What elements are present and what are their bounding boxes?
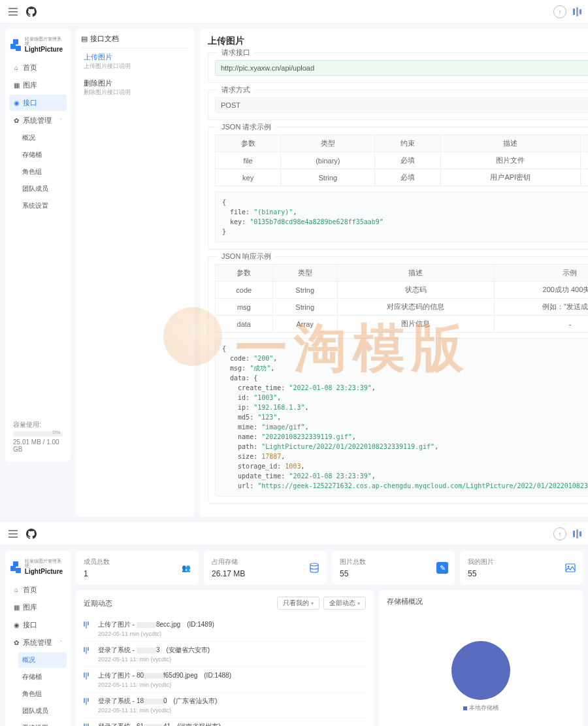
activity-item: 登录了系统 - 180 (广东省汕头市)2022-05-11 11: min (… — [84, 693, 366, 718]
api-icon: ◉ — [13, 622, 20, 629]
activity-item: 登录了系统 - 6141 (河南省郑州市)2022-05-11 11: min … — [84, 718, 366, 726]
svg-point-0 — [310, 563, 318, 566]
sidebar: 轻量级图片管理系统 LightPicture ⌂首页 ▦图库 ◉接口 ✿系统管理… — [5, 551, 71, 726]
menu-toggle-button[interactable] — [7, 527, 20, 540]
activity-line2: 2022-05-11 11: min (vycdtc) — [98, 707, 217, 714]
logo: 轻量级图片管理系统 LightPicture — [9, 34, 67, 59]
response-params-table: 参数 类型 描述 示例 code String 状态码 200成功 — [215, 264, 588, 333]
activity-line2: 2022-05-11 min (vycdtc) — [98, 631, 214, 637]
api-icon: ◉ — [13, 100, 20, 107]
activity-line1: 上传了图片 - 80f65d90.jpeg (ID:1488) — [98, 671, 231, 680]
page-title: 上传图片 — [208, 35, 588, 47]
response-code-example: { code: "200", msg: "成功", data: { create… — [215, 338, 588, 497]
pie-chart — [451, 641, 510, 700]
activity-line1: 登录了系统 - 180 (广东省汕头市) — [98, 697, 217, 706]
activity-line2: 2022-05-11 11: min (vycdtc) — [98, 656, 210, 663]
topbar: ↑ — [0, 0, 588, 24]
section-request-example: JSON 请求示例 参数 类型 约束 描述 示例 — [208, 127, 588, 250]
nav-overview[interactable]: 概况 — [18, 652, 67, 668]
doc-icon: ▤ — [81, 35, 88, 43]
home-icon: ⌂ — [13, 65, 20, 71]
users-icon: 👥 — [180, 562, 192, 574]
activity-item: 上传了图片 - 8ecc.jpg (ID:1489)2022-05-11 min… — [84, 616, 366, 642]
doc-detail-panel: 上传图片 请求接口 http://pic.xyaxw.cn/api/upload… — [200, 29, 588, 517]
pie-legend: 本地存储桶 — [463, 704, 498, 712]
logo-subtitle: 轻量级图片管理系统 — [25, 559, 65, 568]
logo: 轻量级图片管理系统 LightPicture — [9, 556, 67, 582]
database-icon — [308, 562, 320, 574]
nav-home[interactable]: ⌂首页 — [9, 59, 67, 76]
nav-team[interactable]: 团队成员 — [18, 703, 67, 719]
table-row: msg String 对应状态码的信息 例如："发送成功" — [216, 299, 589, 316]
table-row: code String 状态码 200成功 400失败 — [216, 282, 589, 299]
request-url: http://pic.xyaxw.cn/api/upload — [215, 60, 588, 76]
filter-all-button[interactable]: 全部动态▾ — [323, 597, 366, 610]
storage-chart-card: 存储桶概况 本地存储桶 — [379, 590, 583, 726]
docs-item-delete[interactable]: 删除图片 删除图片接口说明 — [81, 74, 189, 101]
nav-overview[interactable]: 概况 — [18, 130, 67, 146]
screen-overview: ↑ 轻量级图片管理系统 LightPicture ⌂首页 ▦图库 ◉接口 ✿系统… — [0, 522, 588, 726]
topbar: ↑ — [0, 522, 588, 546]
activity-card: 近期动态 只看我的▾ 全部动态▾ 上传了图片 - 8ecc.jpg (ID:14… — [76, 590, 374, 726]
chevron-down-icon: ▾ — [357, 601, 360, 606]
logo-subtitle: 轻量级图片管理系统 — [25, 37, 65, 46]
request-params-table: 参数 类型 约束 描述 示例 file (binary) 必填 — [215, 135, 588, 186]
nav-storage[interactable]: 存储桶 — [18, 669, 67, 685]
menu-toggle-button[interactable] — [7, 5, 20, 18]
storage-usage: 容量使用: 0% 25.01 MB / 1.00 GB — [9, 416, 67, 457]
upload-icon[interactable]: ↑ — [553, 527, 566, 540]
gear-icon: ✿ — [13, 640, 20, 646]
logo-name: LightPicture — [25, 569, 65, 575]
nav-api[interactable]: ◉接口 — [9, 95, 67, 111]
nav-role[interactable]: 角色组 — [18, 686, 67, 702]
request-code-example: { file: "(binary)", key: "0135b7d8cd98e4… — [215, 191, 588, 242]
table-row: key String 必填 用户API密钥 - — [216, 169, 589, 186]
github-icon[interactable] — [25, 5, 38, 18]
request-method: POST — [215, 97, 588, 113]
activity-line1: 上传了图片 - 8ecc.jpg (ID:1489) — [98, 620, 214, 629]
nav-system[interactable]: ✿系统管理˄ — [9, 112, 67, 129]
filter-mine-button[interactable]: 只看我的▾ — [277, 597, 319, 610]
activity-title: 近期动态 — [84, 599, 112, 608]
activity-line2: 2022-05-11 11: min (vycdtc) — [98, 682, 231, 688]
chevron-down-icon: ▾ — [311, 601, 314, 606]
chevron-up-icon: ˄ — [59, 118, 63, 124]
home-icon: ⌂ — [13, 587, 20, 593]
section-response-example: JSON 响应示例 参数 类型 描述 示例 code — [208, 256, 588, 504]
nav-storage[interactable]: 存储桶 — [18, 147, 67, 163]
nav-system[interactable]: ✿系统管理˄ — [9, 635, 67, 651]
storage-chart-title: 存储桶概况 — [387, 597, 575, 606]
nav-gallery[interactable]: ▦图库 — [9, 599, 67, 616]
nav-role[interactable]: 角色组 — [18, 164, 67, 180]
stat-images: 图片总数 55 ✎ — [332, 551, 455, 585]
nav-settings[interactable]: 系统设置 — [18, 198, 67, 214]
activity-icon — [84, 671, 93, 688]
stats-row: 成员总数 1 👥 占用存储 26.17 MB 图片总数 55 ✎ — [76, 551, 583, 585]
section-method: 请求方式 POST — [208, 90, 588, 120]
table-row: data Array 图片信息 - — [216, 316, 589, 333]
gallery-icon: ▦ — [13, 82, 20, 89]
activity-item: 上传了图片 - 80f65d90.jpeg (ID:1488)2022-05-1… — [84, 667, 366, 693]
screen-api-docs: ↑ 轻量级图片管理系统 LightPicture ⌂首页 ▦图库 ◉接口 ✿系统… — [0, 0, 588, 522]
nav-api[interactable]: ◉接口 — [9, 617, 67, 633]
github-icon[interactable] — [25, 527, 38, 540]
nav-settings[interactable]: 系统设置 — [18, 720, 67, 726]
nav-gallery[interactable]: ▦图库 — [9, 77, 67, 93]
nav-home[interactable]: ⌂首页 — [9, 582, 67, 598]
sidebar: 轻量级图片管理系统 LightPicture ⌂首页 ▦图库 ◉接口 ✿系统管理… — [5, 29, 71, 462]
svg-point-2 — [568, 566, 570, 568]
stats-icon[interactable] — [573, 529, 581, 538]
gear-icon: ✿ — [13, 118, 20, 124]
upload-icon[interactable]: ↑ — [553, 5, 566, 18]
edit-icon: ✎ — [436, 562, 448, 574]
chevron-up-icon: ˄ — [59, 640, 63, 646]
image-icon — [564, 562, 576, 574]
docs-item-upload[interactable]: 上传图片 上传图片接口说明 — [81, 48, 189, 74]
activity-icon — [84, 646, 93, 663]
stat-my-images: 我的图片 55 — [460, 551, 583, 585]
activity-icon — [84, 620, 93, 637]
activity-line1: 登录了系统 - 6141 (河南省郑州市) — [98, 722, 221, 726]
stats-icon[interactable] — [573, 7, 581, 16]
nav-team[interactable]: 团队成员 — [18, 181, 67, 197]
activity-icon — [84, 722, 93, 726]
